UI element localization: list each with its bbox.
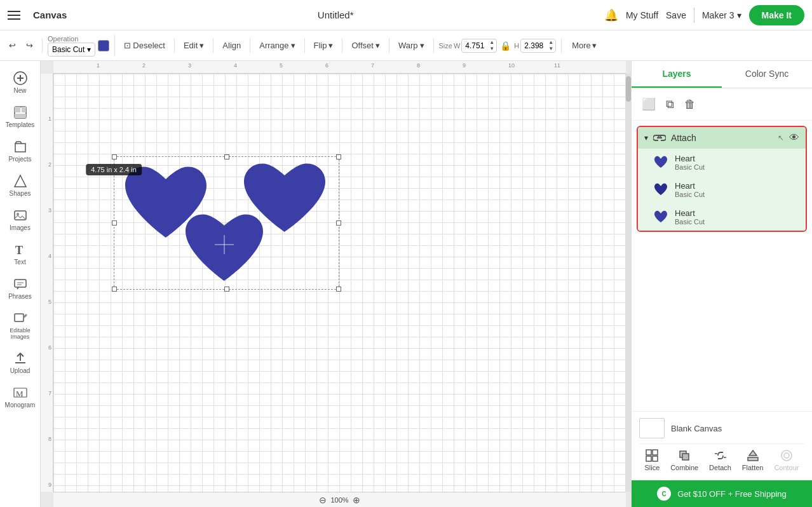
panel-delete-button[interactable]: 🗑	[682, 95, 698, 114]
my-stuff-link[interactable]: My Stuff	[626, 10, 658, 20]
deselect-icon: ⊡	[124, 41, 131, 50]
save-button[interactable]: Save	[666, 10, 686, 20]
handle-tl[interactable]	[112, 154, 117, 159]
slice-button[interactable]: Slice	[644, 449, 660, 471]
sidebar-item-shapes[interactable]: Shapes	[3, 169, 38, 202]
svg-rect-11	[15, 280, 26, 287]
edit-button[interactable]: Edit ▾	[180, 38, 208, 53]
layer-item-1[interactable]: Heart Basic Cut	[638, 149, 806, 176]
machine-label: Maker 3	[702, 10, 734, 20]
more-button[interactable]: More ▾	[567, 38, 602, 53]
handle-tm[interactable]	[224, 154, 229, 159]
layer-item-3[interactable]: Heart Basic Cut	[638, 203, 806, 231]
chevron-down-icon: ▾	[200, 41, 204, 50]
new-icon	[13, 71, 27, 85]
monogram-icon: M	[13, 386, 27, 400]
warp-button[interactable]: Warp ▾	[395, 38, 428, 53]
canvas-area[interactable]: 1234567891011 123456789	[41, 61, 631, 507]
edit-label: Edit	[184, 41, 198, 50]
size-w-arrows[interactable]: ▲ ▼	[487, 39, 496, 52]
promo-label: Get $10 OFF + Free Shipping	[677, 489, 787, 499]
size-w-input[interactable]: 4.751 ▲ ▼	[461, 39, 497, 53]
svg-rect-23	[653, 450, 658, 455]
undo-redo-group: ↩ ↪	[5, 38, 43, 53]
zoom-in-icon[interactable]: ⊕	[353, 495, 360, 505]
sidebar-item-text[interactable]: T Text	[3, 238, 38, 271]
arrange-label: Arrange	[259, 41, 288, 50]
operation-select[interactable]: Basic Cut ▾	[48, 43, 95, 57]
tab-layers[interactable]: Layers	[632, 61, 722, 88]
sidebar-item-images[interactable]: Images	[3, 203, 38, 236]
layer-item-2[interactable]: Heart Basic Cut	[638, 176, 806, 203]
menu-icon[interactable]	[8, 11, 20, 20]
attach-eye-icon[interactable]: 👁	[789, 132, 799, 144]
sidebar-item-templates-label: Templates	[6, 121, 35, 128]
lock-icon[interactable]: 🔒	[498, 41, 513, 51]
arrange-button[interactable]: Arrange ▾	[255, 38, 299, 53]
contour-label: Contour	[774, 464, 799, 471]
operation-value: Basic Cut	[52, 45, 85, 54]
canvas-grid[interactable]: 4.75 in x 2.4 in	[53, 74, 626, 492]
flip-group: Flip ▾	[310, 38, 343, 53]
sidebar-item-new-label: New	[13, 87, 26, 94]
handle-tr[interactable]	[336, 154, 341, 159]
panel-duplicate-button[interactable]: ⧉	[663, 95, 677, 114]
topbar: Canvas Untitled* 🔔 My Stuff Save Maker 3…	[0, 0, 812, 30]
promo-banner[interactable]: C Get $10 OFF + Free Shipping	[632, 480, 812, 507]
panel-select-icon[interactable]: ⬜	[639, 95, 658, 114]
layer-heart-icon-1	[653, 156, 668, 170]
handle-mr[interactable]	[336, 220, 341, 226]
sidebar-item-editable-images[interactable]: Editable Images	[3, 306, 38, 345]
svg-rect-27	[682, 454, 689, 460]
heart-shape-3[interactable]	[180, 210, 268, 292]
notification-icon[interactable]: 🔔	[604, 8, 618, 22]
svg-rect-6	[15, 114, 26, 118]
warp-label: Warp	[398, 41, 418, 50]
size-h-input[interactable]: 2.398 ▲ ▼	[520, 39, 556, 53]
attach-group-header[interactable]: ▾ Attach ↖ 👁	[638, 127, 806, 149]
size-h-arrows[interactable]: ▲ ▼	[546, 39, 555, 52]
ruler-h-mark: 1	[97, 62, 100, 69]
main-content: New Templates Projects Shapes	[0, 61, 812, 507]
handle-bl[interactable]	[112, 287, 117, 292]
combine-button[interactable]: Combine	[670, 449, 698, 471]
handle-ml[interactable]	[112, 220, 117, 226]
machine-selector[interactable]: Maker 3 ▾	[702, 10, 741, 20]
contour-button[interactable]: Contour	[774, 449, 799, 471]
sidebar-item-upload[interactable]: Upload	[3, 346, 38, 379]
color-swatch[interactable]	[98, 40, 109, 51]
size-tooltip: 4.75 in x 2.4 in	[86, 164, 142, 175]
handle-br[interactable]	[336, 287, 341, 292]
size-w-down-arrow[interactable]: ▼	[487, 46, 496, 52]
ruler-top: 1234567891011	[53, 61, 626, 74]
size-w-up-arrow[interactable]: ▲	[487, 39, 496, 46]
scrollbar-vertical[interactable]	[626, 74, 631, 492]
flip-button[interactable]: Flip ▾	[310, 38, 337, 53]
make-it-button[interactable]: Make It	[749, 5, 804, 25]
tab-color-sync[interactable]: Color Sync	[722, 61, 812, 88]
ruler-h-mark: 6	[325, 62, 328, 69]
sidebar-item-templates[interactable]: Templates	[3, 100, 38, 133]
size-h-down-arrow[interactable]: ▼	[546, 46, 555, 52]
layers-list: ▾ Attach ↖ 👁 Heart	[632, 121, 812, 411]
align-button[interactable]: Align	[219, 38, 245, 53]
deselect-button[interactable]: ⊡ Deselect	[120, 38, 169, 53]
redo-button[interactable]: ↪	[22, 38, 37, 53]
size-h-up-arrow[interactable]: ▲	[546, 39, 555, 46]
detach-button[interactable]: Detach	[709, 449, 731, 471]
flatten-button[interactable]: Flatten	[742, 449, 764, 471]
detach-label: Detach	[709, 464, 731, 471]
undo-button[interactable]: ↩	[5, 38, 20, 53]
scroll-thumb-v[interactable]	[626, 76, 631, 102]
size-h-label: H	[514, 42, 519, 50]
offset-button[interactable]: Offset ▾	[348, 38, 383, 53]
sidebar-item-monogram[interactable]: M Monogram	[3, 381, 38, 414]
sidebar-item-new[interactable]: New	[3, 66, 38, 99]
zoom-out-icon[interactable]: ⊖	[319, 495, 327, 505]
document-title: Untitled*	[77, 10, 594, 20]
chevron-down-icon: ▾	[87, 45, 91, 54]
sidebar-item-text-label: Text	[14, 259, 25, 266]
sidebar-item-phrases[interactable]: Phrases	[3, 272, 38, 305]
sidebar-item-projects[interactable]: Projects	[3, 135, 38, 168]
detach-icon	[714, 449, 727, 462]
